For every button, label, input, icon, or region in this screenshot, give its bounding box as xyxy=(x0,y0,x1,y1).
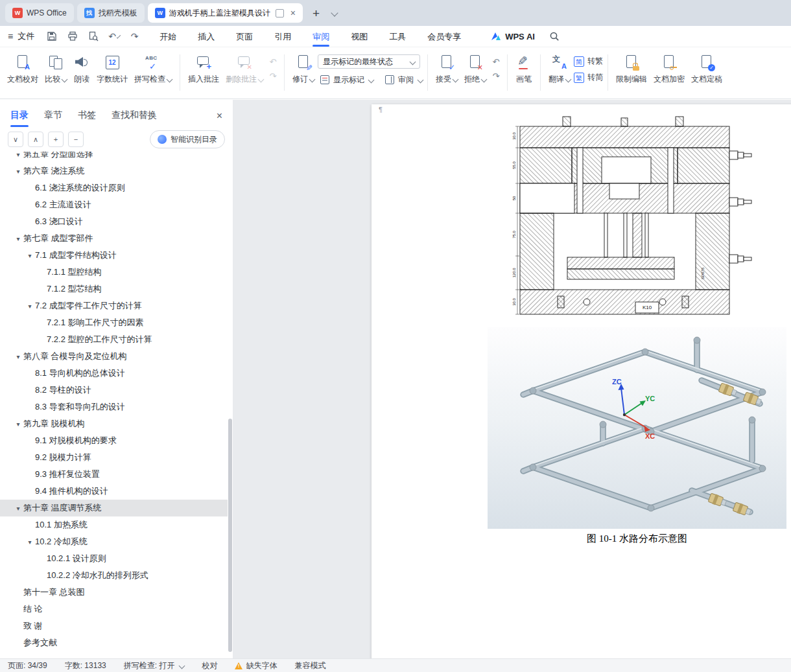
sidebar-tab-chapters[interactable]: 章节 xyxy=(44,110,62,121)
toc-item[interactable]: 结 论 xyxy=(0,601,228,618)
sidebar-tab-find-replace[interactable]: 查找和替换 xyxy=(112,110,157,121)
previous-change-icon[interactable]: ↶ xyxy=(490,56,502,67)
toc-item[interactable]: 第十一章 总装图 xyxy=(0,584,228,601)
toc-item[interactable]: ▾10.2 冷却系统 xyxy=(0,533,228,550)
track-changes-button[interactable]: 修订 xyxy=(289,52,318,87)
toc-item[interactable]: 8.3 导套和导向孔的设计 xyxy=(0,399,228,415)
smart-toc-button[interactable]: 智能识别目录 xyxy=(150,130,225,148)
toc-item[interactable]: 6.2 主流道设计 xyxy=(0,196,228,213)
zoom-out-button[interactable]: − xyxy=(68,132,84,147)
sidebar-tab-bookmarks[interactable]: 书签 xyxy=(78,110,96,121)
save-icon[interactable] xyxy=(46,31,57,42)
document-area[interactable]: ¶ xyxy=(233,100,791,658)
insert-comment-button[interactable]: 插入批注 xyxy=(185,52,222,87)
toc-expand-icon[interactable]: ▾ xyxy=(13,168,23,175)
print-preview-icon[interactable] xyxy=(88,31,99,42)
menu-tab[interactable]: 页面 xyxy=(236,26,253,47)
toc-item[interactable]: 7.1.2 型芯结构 xyxy=(0,281,228,297)
menu-tab[interactable]: 视图 xyxy=(351,26,368,47)
toc-item[interactable]: ▾第八章 合模导向及定位机构 xyxy=(0,348,228,365)
file-menu-button[interactable]: ≡ 文件 xyxy=(8,30,34,42)
word-count-indicator[interactable]: 字数: 13133 xyxy=(65,660,106,671)
toc-item[interactable]: 9.3 推杆复位装置 xyxy=(0,466,228,483)
close-sidebar-icon[interactable]: × xyxy=(217,111,222,121)
toc-item[interactable]: ▾第七章 成型零部件 xyxy=(0,230,228,247)
ink-brush-button[interactable]: 画笔 xyxy=(512,52,536,87)
toc-item[interactable]: ▾7.2 成型零件工作尺寸的计算 xyxy=(0,297,228,314)
simplified-to-traditional-button[interactable]: 简 转繁 xyxy=(574,56,603,67)
tab-list-chevron-icon[interactable] xyxy=(331,9,338,16)
menu-tab[interactable]: 会员专享 xyxy=(427,26,461,47)
wps-ai-button[interactable]: WPS AI xyxy=(491,32,535,41)
toc-item[interactable]: ▾第五章 分型面选择 xyxy=(0,152,228,163)
scrollbar-thumb[interactable] xyxy=(228,419,232,652)
redo-icon[interactable]: ↷ xyxy=(129,31,140,42)
toc-expand-icon[interactable]: ▾ xyxy=(13,353,23,360)
menu-tab[interactable]: 工具 xyxy=(389,26,406,47)
toc-item[interactable]: 10.1 加热系统 xyxy=(0,516,228,533)
toc-expand-icon[interactable]: ▾ xyxy=(25,252,35,259)
toc-item[interactable]: ▾第九章 脱模机构 xyxy=(0,415,228,432)
undo-icon[interactable]: ↶ xyxy=(108,31,119,42)
toc-item[interactable]: 9.1 对脱模机构的要求 xyxy=(0,432,228,449)
markup-state-dropdown[interactable]: 显示标记的最终状态 xyxy=(318,54,420,69)
expand-all-button[interactable]: ∧ xyxy=(28,132,43,147)
toc-expand-icon[interactable]: ▾ xyxy=(13,152,23,158)
traditional-to-simplified-button[interactable]: 繁 转简 xyxy=(574,72,603,83)
compatibility-mode-indicator[interactable]: 兼容模式 xyxy=(294,660,325,671)
toc-item[interactable]: 10.2.2 冷却水孔的排列形式 xyxy=(0,567,228,584)
toc-expand-icon[interactable]: ▾ xyxy=(13,421,23,428)
accept-change-button[interactable]: 接受 xyxy=(432,52,461,87)
toc-item[interactable]: 9.4 推件机构的设计 xyxy=(0,483,228,500)
toc-item[interactable]: 7.2.1 影响工作尺寸的因素 xyxy=(0,314,228,331)
toc-item[interactable]: 6.1 浇注系统的设计原则 xyxy=(0,180,228,196)
toc-item[interactable]: ▾第六章 浇注系统 xyxy=(0,163,228,180)
toc-item[interactable]: 参考文献 xyxy=(0,634,228,651)
word-count-button[interactable]: 字数统计 xyxy=(93,52,131,87)
proofread-status[interactable]: 校对 xyxy=(202,660,217,671)
toc-expand-icon[interactable]: ▾ xyxy=(25,303,35,310)
toc-item[interactable]: 9.2 脱模力计算 xyxy=(0,449,228,466)
app-tab-current-document[interactable]: W 游戏机手柄上盖注塑模具设计 × xyxy=(148,3,303,23)
toc-expand-icon[interactable]: ▾ xyxy=(25,539,35,546)
toc-item[interactable]: 10.2.1 设计原则 xyxy=(0,550,228,567)
finalize-document-button[interactable]: 文档定稿 xyxy=(688,52,726,87)
search-icon[interactable] xyxy=(549,31,560,42)
review-pane-button[interactable]: 审阅 xyxy=(384,74,423,86)
read-aloud-button[interactable]: 朗读 xyxy=(70,52,93,87)
show-markup-button[interactable]: 显示标记 xyxy=(319,74,373,86)
toc-item[interactable]: 7.2.2 型腔的工作尺寸的计算 xyxy=(0,331,228,348)
toc-expand-icon[interactable]: ▾ xyxy=(13,235,23,242)
toc-item[interactable]: 6.3 浇口设计 xyxy=(0,213,228,230)
sidebar-tab-contents[interactable]: 目录 xyxy=(10,110,29,121)
toc-item[interactable]: 8.2 导柱的设计 xyxy=(0,382,228,399)
doc-proofread-button[interactable]: 文档校对 xyxy=(4,52,41,87)
menu-tab[interactable]: 引用 xyxy=(274,26,291,47)
toc-item[interactable]: ▾第十章 温度调节系统 xyxy=(0,500,228,516)
toc-item[interactable]: ▾7.1 成型零件结构设计 xyxy=(0,247,228,264)
next-change-icon[interactable]: ↷ xyxy=(490,71,502,82)
app-tab-wps-office[interactable]: W WPS Office xyxy=(5,3,74,23)
menu-tab[interactable]: 插入 xyxy=(198,26,215,47)
menu-tab[interactable]: 审阅 xyxy=(313,26,329,47)
document-page[interactable]: ¶ xyxy=(372,104,791,658)
toc-item[interactable]: 7.1.1 型腔结构 xyxy=(0,264,228,281)
toc-item[interactable]: 致 谢 xyxy=(0,618,228,634)
app-tab-docer-templates[interactable]: 找 找稻壳模板 xyxy=(77,3,145,23)
restrict-editing-button[interactable]: 限制编辑 xyxy=(613,52,650,87)
encrypt-document-button[interactable]: 文档加密 xyxy=(650,52,688,87)
spell-check-button[interactable]: 拼写检查 xyxy=(131,52,175,87)
page-indicator[interactable]: 页面: 34/39 xyxy=(8,660,47,671)
menu-tab[interactable]: 开始 xyxy=(159,26,176,47)
toc-item[interactable]: 8.1 导向机构的总体设计 xyxy=(0,365,228,382)
spellcheck-indicator[interactable]: 拼写检查: 打开 xyxy=(124,660,185,671)
sidebar-scrollbar[interactable] xyxy=(228,152,232,656)
close-tab-icon[interactable]: × xyxy=(290,8,296,17)
toc-expand-icon[interactable]: ▾ xyxy=(13,505,23,512)
print-icon[interactable] xyxy=(67,31,78,42)
compare-button[interactable]: 比较 xyxy=(41,52,70,87)
zoom-in-button[interactable]: + xyxy=(48,132,64,147)
collapse-all-button[interactable]: ∨ xyxy=(8,132,23,147)
new-tab-button[interactable]: + xyxy=(313,7,320,19)
missing-font-warning[interactable]: 缺失字体 xyxy=(235,660,277,671)
